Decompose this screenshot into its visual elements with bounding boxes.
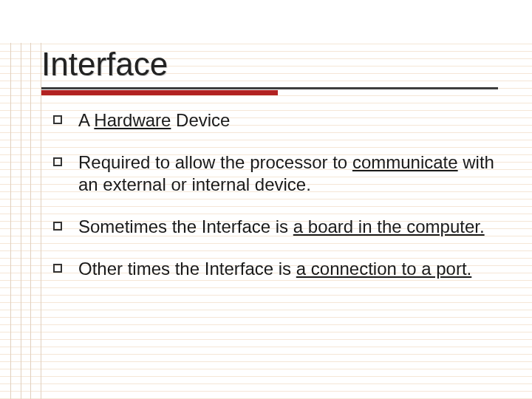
bullet-text: A Hardware Device bbox=[78, 109, 497, 131]
list-item: Other times the Interface is a connectio… bbox=[53, 258, 497, 279]
list-item: A Hardware Device bbox=[53, 109, 497, 131]
square-bullet-icon bbox=[53, 157, 62, 166]
square-bullet-icon bbox=[53, 115, 62, 124]
square-bullet-icon bbox=[53, 222, 62, 231]
underline-red-icon bbox=[41, 90, 278, 95]
list-item: Sometimes the Interface is a board in th… bbox=[53, 216, 497, 237]
bullet-list: A Hardware Device Required to allow the … bbox=[53, 109, 497, 300]
title-underline bbox=[41, 87, 502, 96]
underline-dark-icon bbox=[41, 87, 498, 89]
bullet-text: Other times the Interface is a connectio… bbox=[78, 258, 497, 279]
slide: Interface A Hardware Device Required to … bbox=[0, 0, 532, 399]
list-item: Required to allow the processor to commu… bbox=[53, 151, 497, 195]
title-block: Interface bbox=[41, 46, 502, 96]
bullet-text: Required to allow the processor to commu… bbox=[78, 151, 497, 195]
bullet-text: Sometimes the Interface is a board in th… bbox=[78, 216, 497, 237]
slide-title: Interface bbox=[41, 46, 502, 83]
square-bullet-icon bbox=[53, 264, 62, 273]
